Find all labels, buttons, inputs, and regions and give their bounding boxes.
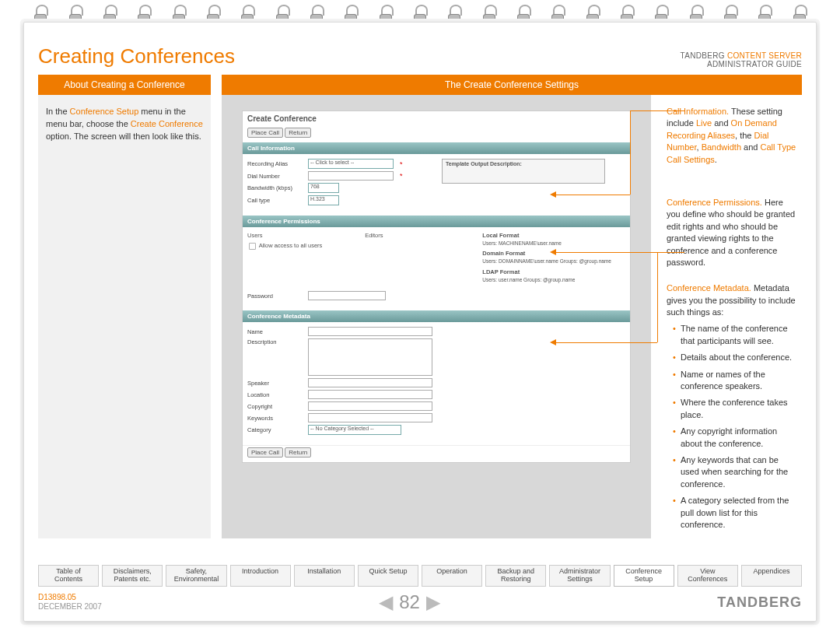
allow-all-checkbox[interactable] — [249, 243, 256, 250]
recording-alias-select[interactable]: -- Click to select -- — [308, 159, 394, 169]
nav-disclaimers[interactable]: Disclaimers,Patents etc. — [102, 565, 163, 587]
about-panel: In the Conference Setup menu in the menu… — [38, 95, 211, 538]
page-number: 82 — [399, 591, 420, 613]
nav-safety[interactable]: Safety,Environmental — [166, 565, 226, 587]
list-item: A category selected from the pull down l… — [673, 495, 797, 531]
list-item: Any keywords that can be used when searc… — [673, 454, 797, 490]
section-conference-permissions[interactable]: Conference Permissions — [243, 216, 630, 227]
nav-quick-setup[interactable]: Quick Setup — [358, 565, 418, 587]
call-type-select[interactable]: H.323 — [308, 195, 339, 205]
nav-toc[interactable]: Table ofContents — [38, 565, 99, 587]
list-item: The name of the conference that particip… — [673, 323, 797, 347]
nav-introduction[interactable]: Introduction — [230, 565, 291, 587]
next-page-icon[interactable]: ▶ — [426, 591, 440, 613]
nav-backup[interactable]: Backup andRestoring — [485, 565, 546, 587]
chapter-nav: Table ofContents Disclaimers,Patents etc… — [38, 565, 802, 587]
product-line: TANDBERG CONTENT SERVER ADMINISTRATOR GU… — [681, 51, 802, 68]
screenshot-panel: Create Conference Place Call Return Call… — [222, 95, 651, 538]
list-item: Name or names of the conference speakers… — [673, 369, 797, 393]
nav-view-conferences[interactable]: ViewConferences — [677, 565, 738, 587]
list-item: Where the conference takes place. — [673, 397, 797, 421]
page-sheet: Creating Conferences TANDBERG CONTENT SE… — [23, 22, 817, 622]
list-item: Any copyright information about the conf… — [673, 426, 797, 450]
nav-conference-setup[interactable]: ConferenceSetup — [614, 565, 674, 587]
nav-appendices[interactable]: Appendices — [741, 565, 802, 587]
page-navigator: ◀ 82 ▶ — [379, 591, 440, 613]
nav-installation[interactable]: Installation — [294, 565, 355, 587]
prev-page-icon[interactable]: ◀ — [379, 591, 393, 613]
page-title: Creating Conferences — [38, 44, 235, 68]
category-select[interactable]: -- No Category Selected -- — [308, 425, 401, 435]
bandwidth-select[interactable]: 768 — [308, 183, 339, 193]
nav-operation[interactable]: Operation — [422, 565, 482, 587]
nav-admin-settings[interactable]: AdministratorSettings — [549, 565, 610, 587]
section-conference-metadata[interactable]: Conference Metadata — [243, 310, 630, 322]
doc-id: D13898.05DECEMBER 2007 — [38, 593, 102, 612]
list-item: Details about the conference. — [673, 352, 797, 363]
section-call-information[interactable]: Call Information — [243, 142, 630, 154]
tab-settings[interactable]: The Create Conference Settings — [222, 75, 802, 95]
brand-logo: TANDBERG — [717, 594, 802, 611]
callout-panel: Call Information. These setting include … — [662, 95, 802, 538]
tab-about[interactable]: About Creating a Conference — [38, 75, 211, 95]
